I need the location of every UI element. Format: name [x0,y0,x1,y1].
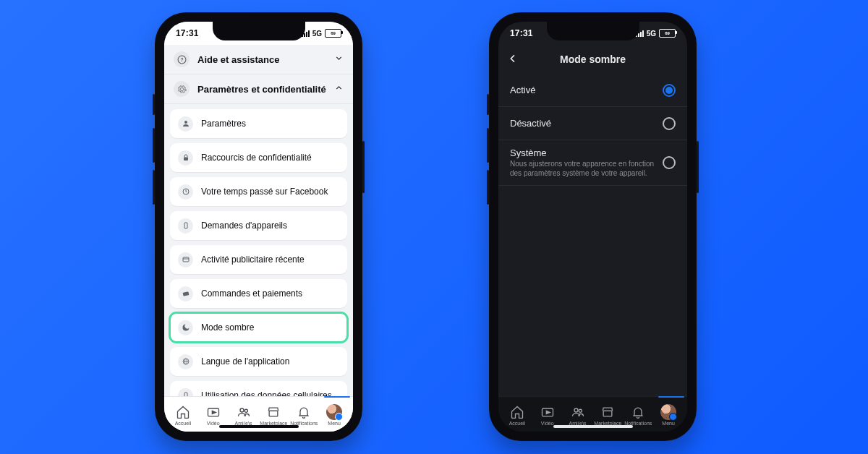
item-label: Activité publicitaire récente [201,254,305,265]
user-icon [178,116,193,132]
item-label: Utilisation des données cellulaires [201,390,332,396]
chevron-up-icon [334,83,344,95]
help-icon: ? [174,51,190,67]
network-label: 5G [647,30,656,38]
svg-point-23 [579,409,582,412]
item-pub[interactable]: Activité publicitaire récente [170,245,347,274]
globe-icon [178,354,193,369]
svg-point-16 [240,408,244,412]
home-indicator [553,425,633,428]
notch [547,22,639,40]
clock-icon [178,184,193,200]
group-help[interactable]: ? Aide et assistance [164,45,353,74]
radio-selected-icon [663,84,676,97]
item-parametres[interactable]: Paramètres [170,109,347,138]
notch [213,22,305,40]
device-icon [178,218,193,234]
svg-rect-18 [270,411,278,416]
avatar-icon [660,404,676,420]
option-sublabel: Nous ajusterons votre apparence en fonct… [510,160,655,178]
gear-icon [174,81,190,97]
tab-marketplace[interactable]: Marketplace [258,404,289,426]
item-label: Langue de l'application [201,356,289,367]
svg-rect-3 [184,158,188,161]
card-icon [178,286,193,301]
tab-accueil[interactable]: Accueil [502,404,532,426]
svg-rect-24 [604,411,613,416]
home-icon [509,404,525,420]
group-settings-label: Paramètres et confidentialité [197,84,326,95]
moon-icon [178,320,193,335]
battery-icon: 69 [325,29,341,38]
avatar-icon [326,404,342,420]
lock-icon [178,150,193,166]
option-label: Système [510,147,655,158]
tab-video[interactable]: Vidéo [198,404,229,426]
market-icon [265,404,281,420]
item-raccourcis[interactable]: Raccourcis de confidentialité [170,143,347,172]
svg-rect-9 [182,291,189,296]
tab-marketplace[interactable]: Marketplace [592,404,623,426]
bell-icon [630,404,646,420]
tab-amis[interactable]: Ami(e)s [229,404,259,426]
svg-point-22 [574,408,578,412]
dark-mode-options: Activé Désactivé Système Nous ajusterons… [498,74,687,186]
group-help-label: Aide et assistance [197,54,279,65]
data-icon [178,388,193,397]
phone-mock-left: 17:31 5G 69 ? Aide et assistance Paramè [155,12,362,441]
item-temps[interactable]: Votre temps passé sur Facebook [170,177,347,206]
tab-video[interactable]: Vidéo [532,404,563,426]
item-label: Demandes d'appareils [201,220,287,231]
option-label: Activé [510,85,535,95]
item-label: Commandes et paiements [201,288,302,299]
item-donnees[interactable]: Utilisation des données cellulaires [170,381,347,396]
market-icon [600,404,616,420]
svg-text:?: ? [180,56,183,61]
option-active[interactable]: Activé [498,74,687,107]
svg-rect-7 [183,257,189,262]
tab-notifications[interactable]: Notifications [289,404,319,426]
item-mode-sombre[interactable]: Mode sombre [170,313,347,342]
item-paiements[interactable]: Commandes et paiements [170,279,347,308]
back-button[interactable] [507,53,519,67]
option-systeme[interactable]: Système Nous ajusterons votre apparence … [498,140,687,186]
network-label: 5G [312,30,322,38]
tab-menu[interactable]: Menu [653,404,684,426]
group-settings[interactable]: Paramètres et confidentialité [164,74,353,104]
status-time: 17:31 [510,28,533,38]
screen-dark: 17:31 5G 69 Mode sombre Activé Désactivé [498,22,687,432]
screen-light: 17:31 5G 69 ? Aide et assistance Paramè [164,22,353,432]
tab-notifications[interactable]: Notifications [623,404,653,426]
svg-point-17 [244,409,247,412]
svg-rect-5 [184,223,187,228]
tab-menu[interactable]: Menu [319,404,349,426]
ad-icon [178,252,193,267]
item-langue[interactable]: Langue de l'application [170,347,347,376]
video-icon [540,404,556,420]
page-title: Mode sombre [560,53,626,65]
active-tab-indicator [324,396,350,398]
option-desactive[interactable]: Désactivé [498,107,687,140]
chevron-down-icon [334,53,344,65]
item-label: Raccourcis de confidentialité [201,153,312,163]
phone-mock-right: 17:31 5G 69 Mode sombre Activé Désactivé [489,12,697,441]
bell-icon [296,404,312,420]
battery-icon: 69 [659,29,676,38]
home-icon [175,404,191,420]
tab-accueil[interactable]: Accueil [168,404,198,426]
svg-point-2 [184,121,187,124]
video-icon [205,404,221,420]
status-time: 17:31 [176,28,199,38]
option-label: Désactivé [510,118,551,129]
svg-marker-15 [212,411,216,414]
friends-icon [236,404,252,420]
tab-amis[interactable]: Ami(e)s [563,404,593,426]
radio-icon [663,117,676,130]
navbar: Mode sombre [498,45,687,74]
active-tab-indicator [658,396,684,398]
item-label: Votre temps passé sur Facebook [201,187,328,197]
item-appareils[interactable]: Demandes d'appareils [170,211,347,240]
friends-icon [570,404,586,420]
settings-list: Paramètres Raccourcis de confidentialité… [164,104,353,396]
home-indicator [219,425,299,428]
